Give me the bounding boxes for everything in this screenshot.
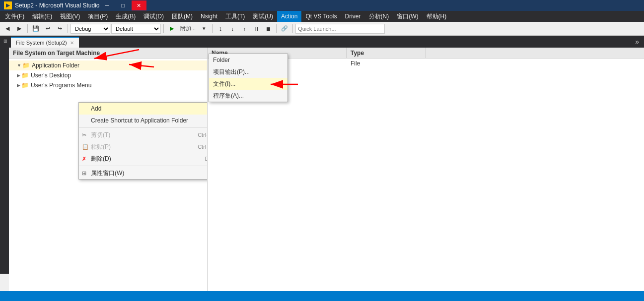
- ctx-item-cut[interactable]: ✂ 剪切(T) Ctrl+X: [79, 129, 208, 141]
- toolbar-dropdown-btn[interactable]: ▾: [199, 23, 210, 34]
- platform-select[interactable]: Default: [111, 24, 161, 34]
- title-bar-text: Setup2 - Microsoft Visual Studio: [15, 2, 100, 9]
- toolbar-step-over-btn[interactable]: ⤵: [215, 23, 226, 34]
- tree-item-users-programs[interactable]: ▶ 📁 User's Programs Menu: [9, 80, 207, 90]
- ctx-delete-label: 删除(D): [91, 155, 111, 163]
- toolbar-stop-btn[interactable]: ⏹: [263, 23, 274, 34]
- toolbar-save-btn[interactable]: 💾: [30, 23, 41, 34]
- cut-icon: ✂: [82, 132, 86, 138]
- toolbar-undo-btn[interactable]: ↩: [42, 23, 53, 34]
- tree-arrow-1: ▼: [17, 63, 21, 68]
- toolbar-back-btn[interactable]: ◀: [2, 23, 13, 34]
- ctx-add-label: Add: [91, 105, 101, 112]
- main-area: File System (Setup2) ✕ » File System on …: [9, 36, 644, 291]
- menu-file[interactable]: 文件(F): [1, 11, 28, 22]
- fs-panel: File System on Target Machine ▼ 📁 Applic…: [9, 48, 644, 291]
- menu-action[interactable]: Action: [277, 11, 301, 22]
- submenu-add-folder-label: Folder: [213, 57, 230, 63]
- menu-debug[interactable]: 调试(D): [140, 11, 168, 22]
- submenu-add-project-output-label: 项目输出(P)...: [213, 68, 250, 76]
- tree-arrow-2: ▶: [17, 73, 20, 78]
- left-side-tabs: ⊞: [0, 36, 9, 274]
- menu-bar: 文件(F) 编辑(E) 视图(V) 项目(P) 生成(B) 调试(D) 团队(M…: [0, 11, 644, 22]
- toolbar-run-btn[interactable]: ▶: [166, 23, 177, 34]
- menu-test[interactable]: 测试(U): [249, 11, 277, 22]
- tree-item-label-3: User's Programs Menu: [31, 82, 91, 89]
- toolbar-pause-btn[interactable]: ⏸: [251, 23, 262, 34]
- submenu-add-assembly[interactable]: 程序集(A)...: [209, 90, 287, 102]
- menu-help[interactable]: 帮助(H): [423, 11, 451, 22]
- tab-close-btn[interactable]: ✕: [70, 40, 74, 46]
- menu-edit[interactable]: 编辑(E): [28, 11, 56, 22]
- submenu-add: Folder 项目输出(P)... 文件(I)... 程序集(A)...: [209, 54, 288, 102]
- toolbar-fwd-btn[interactable]: ▶: [14, 23, 25, 34]
- status-bar: [0, 291, 644, 301]
- toolbar-sep-5: [276, 24, 277, 33]
- submenu-add-project-output[interactable]: 项目输出(P)...: [209, 66, 287, 78]
- left-tab-icon-1[interactable]: ⊞: [1, 38, 8, 45]
- tree-folder-icon-1: 📁: [22, 62, 30, 69]
- tree-arrow-3: ▶: [17, 83, 20, 88]
- tree-item-label-1: Application Folder: [32, 62, 79, 69]
- tree-item-label-2: User's Desktop: [31, 72, 71, 79]
- close-button[interactable]: ✕: [132, 0, 146, 10]
- vs-logo-icon: ▶: [4, 1, 12, 9]
- ctx-paste-shortcut: Ctrl+V: [198, 144, 208, 150]
- submenu-add-folder[interactable]: Folder: [209, 54, 287, 66]
- submenu-add-assembly-label: 程序集(A)...: [213, 92, 244, 100]
- ctx-item-add[interactable]: Add ▶: [79, 103, 208, 115]
- title-bar-controls: ─ □ ✕: [100, 0, 146, 10]
- toolbar-sep-1: [27, 24, 28, 33]
- ctx-sep-2: [79, 166, 208, 166]
- col-header-type: Type: [347, 48, 426, 59]
- tree-item-application-folder[interactable]: ▼ 📁 Application Folder: [9, 60, 207, 70]
- toolbar: ◀ ▶ 💾 ↩ ↪ Debug Default ▶ 附加... ▾ ⤵ ↓ ↑ …: [0, 22, 644, 36]
- menu-team[interactable]: 团队(M): [168, 11, 197, 22]
- tab-label: File System (Setup2): [16, 40, 67, 46]
- menu-build[interactable]: 生成(B): [112, 11, 140, 22]
- properties-icon: ⊞: [82, 170, 86, 177]
- tree-item-users-desktop[interactable]: ▶ 📁 User's Desktop: [9, 70, 207, 80]
- ctx-item-delete[interactable]: ✗ 删除(D) Del: [79, 153, 208, 165]
- toolbar-sep-2: [68, 24, 68, 33]
- delete-icon: ✗: [82, 156, 86, 162]
- tree-folder-icon-2: 📁: [21, 72, 29, 79]
- menu-view[interactable]: 视图(V): [56, 11, 84, 22]
- menu-tools[interactable]: 工具(T): [221, 11, 249, 22]
- toolbar-redo-btn[interactable]: ↪: [54, 23, 65, 34]
- ctx-cut-shortcut: Ctrl+X: [198, 132, 208, 138]
- menu-project[interactable]: 项目(P): [84, 11, 112, 22]
- debug-config-select[interactable]: Debug: [71, 24, 110, 34]
- tab-scroll-right[interactable]: »: [632, 38, 642, 46]
- submenu-add-file[interactable]: 文件(I)...: [209, 78, 287, 90]
- tab-file-system[interactable]: File System (Setup2) ✕: [11, 37, 79, 48]
- toolbar-sep-6: [292, 24, 293, 33]
- tree-panel-header: File System on Target Machine: [9, 48, 207, 59]
- toolbar-add-label: 附加...: [178, 25, 198, 32]
- menu-window[interactable]: 窗口(W): [393, 11, 422, 22]
- ctx-item-paste[interactable]: 📋 粘贴(P) Ctrl+V: [79, 141, 208, 153]
- toolbar-step-out-btn[interactable]: ↑: [239, 23, 250, 34]
- context-menu: Add ▶ Create Shortcut to Application Fol…: [78, 102, 208, 180]
- menu-driver[interactable]: Driver: [341, 11, 365, 22]
- menu-analyze[interactable]: 分析(N): [365, 11, 393, 22]
- tab-bar: File System (Setup2) ✕ »: [9, 36, 644, 48]
- submenu-add-file-label: 文件(I)...: [213, 80, 235, 88]
- toolbar-attach-btn[interactable]: 🔗: [279, 23, 290, 34]
- maximize-button[interactable]: □: [116, 0, 131, 10]
- toolbar-step-into-btn[interactable]: ↓: [227, 23, 238, 34]
- search-input[interactable]: [295, 24, 385, 34]
- title-bar: ▶ Setup2 - Microsoft Visual Studio ─ □ ✕: [0, 0, 644, 11]
- tree-panel: File System on Target Machine ▼ 📁 Applic…: [9, 48, 208, 291]
- minimize-button[interactable]: ─: [100, 0, 115, 10]
- menu-qt-vs-tools[interactable]: Qt VS Tools: [301, 11, 341, 22]
- menu-nsight[interactable]: Nsight: [197, 11, 221, 22]
- ctx-paste-label: 粘贴(P): [91, 143, 111, 151]
- ctx-item-create-shortcut[interactable]: Create Shortcut to Application Folder: [79, 115, 208, 126]
- ctx-delete-shortcut: Del: [205, 156, 208, 162]
- toolbar-sep-3: [163, 24, 164, 33]
- tree-folder-icon-3: 📁: [21, 82, 29, 89]
- ctx-item-properties[interactable]: ⊞ 属性窗口(W) F4: [79, 167, 208, 179]
- tree-content: ▼ 📁 Application Folder ▶ 📁 User's Deskto…: [9, 59, 207, 92]
- tree-header-text: File System on Target Machine: [13, 50, 100, 57]
